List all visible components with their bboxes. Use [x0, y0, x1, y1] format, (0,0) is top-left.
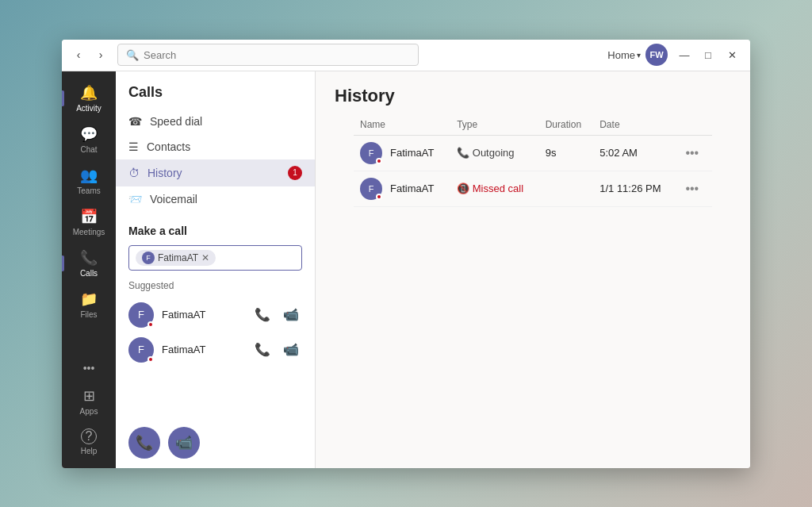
history-title: History: [335, 86, 731, 106]
sidebar-item-label: Help: [81, 447, 98, 455]
video-call-button-2[interactable]: 📹: [280, 339, 302, 361]
window-controls: — □ ✕: [672, 43, 744, 67]
nav-item-label: Voicemail: [150, 193, 197, 205]
sidebar-item-label: Teams: [77, 186, 100, 195]
tag-name: FatimaAT: [158, 252, 198, 263]
search-input[interactable]: [144, 49, 410, 61]
row2-avatar: F: [360, 178, 382, 200]
maximize-button[interactable]: □: [696, 43, 720, 67]
contact-actions-2: 📞 📹: [251, 339, 302, 361]
help-icon: ?: [81, 428, 97, 444]
back-button[interactable]: ‹: [68, 44, 89, 65]
nav-item-speed-dial[interactable]: ☎ Speed dial: [116, 109, 315, 134]
home-label: Home: [607, 49, 635, 61]
minimize-button[interactable]: —: [672, 43, 696, 67]
outgoing-icon: 📞: [457, 147, 469, 159]
main-window: ‹ › 🔍 Home ▾ FW — □ ✕ 🔔 Activity: [62, 40, 750, 468]
sidebar-item-label: Apps: [80, 407, 98, 416]
nav-item-history[interactable]: ⏱ History 1: [116, 159, 315, 186]
voicemail-icon: 📨: [128, 193, 142, 205]
avatar[interactable]: FW: [645, 44, 668, 66]
suggested-label: Suggested: [128, 280, 302, 291]
row2-status: [376, 194, 382, 200]
sidebar-bottom: ••• ⊞ Apps ? Help: [62, 355, 116, 468]
search-bar[interactable]: 🔍: [117, 44, 419, 66]
nav-buttons: ‹ ›: [68, 44, 111, 65]
make-call-title: Make a call: [128, 225, 302, 237]
left-panel: Calls ☎ Speed dial ☰ Contacts ⏱ History …: [116, 71, 316, 468]
main-area: 🔔 Activity 💬 Chat 👥 Teams 📅 Meetings 📞 C…: [62, 71, 750, 468]
nav-item-label: History: [147, 167, 182, 179]
search-icon: 🔍: [126, 49, 139, 61]
audio-call-fab[interactable]: 📞: [128, 427, 160, 459]
activity-icon: 🔔: [80, 84, 98, 102]
row1-status: [376, 158, 382, 164]
files-icon: 📁: [80, 290, 98, 308]
sidebar-item-chat[interactable]: 💬 Chat: [62, 119, 116, 160]
more-icon: •••: [83, 362, 95, 374]
nav-item-contacts[interactable]: ☰ Contacts: [116, 134, 315, 159]
sidebar-item-calls[interactable]: 📞 Calls: [62, 243, 116, 284]
row1-name-cell: F FatimaAT: [360, 142, 444, 164]
panel-nav: ☎ Speed dial ☰ Contacts ⏱ History 1 📨 Vo…: [116, 109, 315, 212]
right-panel: History Name Type Duration Date: [316, 71, 750, 468]
audio-call-button-2[interactable]: 📞: [251, 339, 274, 361]
nav-item-label: Contacts: [147, 140, 190, 153]
chevron-down-icon: ▾: [637, 51, 641, 60]
sidebar-item-apps[interactable]: ⊞ Apps: [62, 381, 116, 422]
history-row-2: F FatimaAT 📵 Missed call: [354, 171, 712, 206]
col-name: Name: [354, 114, 450, 136]
call-buttons: 📞 📹: [116, 417, 315, 468]
status-dot-2: [147, 356, 154, 363]
tag-remove-icon[interactable]: ✕: [201, 252, 209, 263]
row2-type: 📵 Missed call: [457, 182, 523, 194]
right-header: History: [316, 71, 750, 114]
contact-avatar-1: F: [128, 302, 154, 328]
audio-call-button-1[interactable]: 📞: [251, 304, 274, 326]
history-badge: 1: [288, 166, 302, 180]
history-table: Name Type Duration Date: [354, 114, 712, 207]
sidebar-item-help[interactable]: ? Help: [62, 422, 116, 462]
suggested-item-1: F FatimaAT 📞 📹: [128, 298, 302, 332]
sidebar-item-label: Chat: [80, 145, 97, 154]
row1-date: 5:02 AM: [593, 135, 676, 171]
video-call-button-1[interactable]: 📹: [280, 304, 302, 326]
row1-duration: 9s: [539, 135, 594, 171]
col-type: Type: [450, 114, 539, 136]
row1-more-button[interactable]: •••: [682, 144, 702, 162]
col-date: Date: [593, 114, 676, 136]
call-input[interactable]: [220, 252, 315, 263]
sidebar-item-label: Calls: [80, 269, 98, 278]
row2-more-button[interactable]: •••: [682, 180, 702, 198]
close-button[interactable]: ✕: [720, 43, 744, 67]
call-input-box[interactable]: F FatimaAT ✕: [128, 245, 302, 271]
meetings-icon: 📅: [80, 208, 98, 225]
row2-date: 1/1 11:26 PM: [593, 171, 676, 206]
contact-name-2: FatimaAT: [162, 344, 243, 355]
video-call-fab[interactable]: 📹: [168, 427, 200, 459]
contact-avatar-2: F: [128, 337, 154, 363]
make-call-section: Make a call F FatimaAT ✕ Suggested F: [116, 212, 315, 417]
history-row-1: F FatimaAT 📞 Outgoing: [354, 135, 712, 171]
speed-dial-icon: ☎: [128, 115, 142, 128]
sidebar-item-activity[interactable]: 🔔 Activity: [62, 78, 116, 119]
sidebar-item-more[interactable]: •••: [62, 355, 116, 381]
sidebar-item-teams[interactable]: 👥 Teams: [62, 160, 116, 202]
calls-icon: 📞: [80, 249, 98, 267]
row2-duration: [539, 171, 594, 206]
row2-name: FatimaAT: [390, 182, 434, 194]
nav-item-voicemail[interactable]: 📨 Voicemail: [116, 186, 315, 212]
title-bar-right: Home ▾ FW — □ ✕: [607, 43, 744, 67]
sidebar: 🔔 Activity 💬 Chat 👥 Teams 📅 Meetings 📞 C…: [62, 71, 116, 468]
sidebar-item-label: Activity: [76, 104, 102, 113]
history-icon: ⏱: [128, 167, 140, 179]
home-button[interactable]: Home ▾: [607, 49, 641, 61]
status-dot-1: [147, 321, 154, 328]
contact-name-1: FatimaAT: [162, 309, 243, 321]
sidebar-item-files[interactable]: 📁 Files: [62, 284, 116, 325]
missed-icon: 📵: [457, 182, 469, 194]
row1-type: 📞 Outgoing: [457, 147, 514, 159]
call-input-tag: F FatimaAT ✕: [136, 250, 216, 266]
forward-button[interactable]: ›: [90, 44, 111, 65]
sidebar-item-meetings[interactable]: 📅 Meetings: [62, 202, 116, 243]
